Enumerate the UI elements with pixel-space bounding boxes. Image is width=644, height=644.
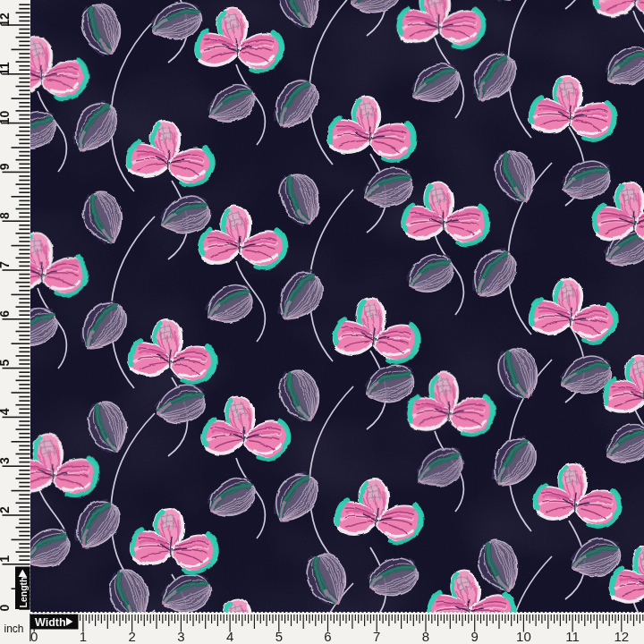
svg-text:1: 1 [80,629,87,644]
svg-text:7: 7 [373,629,380,644]
svg-text:8: 8 [422,629,429,644]
svg-text:1: 1 [0,555,12,563]
svg-text:2: 2 [128,629,135,644]
svg-text:0: 0 [30,629,38,644]
svg-text:11: 11 [0,62,12,75]
svg-text:10: 10 [516,629,531,644]
svg-text:3: 3 [0,457,12,464]
svg-text:2: 2 [0,506,12,513]
svg-text:12: 12 [614,629,629,644]
svg-text:12: 12 [0,13,12,27]
svg-text:Length: Length [18,577,29,608]
svg-text:8: 8 [0,212,12,219]
svg-text:0: 0 [0,604,12,611]
svg-text:4: 4 [0,408,12,415]
svg-text:Width: Width [35,616,66,629]
svg-text:6: 6 [0,310,12,318]
svg-text:6: 6 [324,629,331,644]
svg-text:3: 3 [177,629,184,644]
svg-text:inch: inch [4,623,24,635]
svg-text:7: 7 [0,261,12,268]
svg-text:5: 5 [275,629,283,644]
svg-text:4: 4 [226,629,233,644]
svg-text:11: 11 [565,629,580,644]
svg-text:5: 5 [0,359,12,366]
svg-text:9: 9 [471,629,479,644]
svg-text:9: 9 [0,163,12,170]
svg-text:10: 10 [0,111,12,125]
